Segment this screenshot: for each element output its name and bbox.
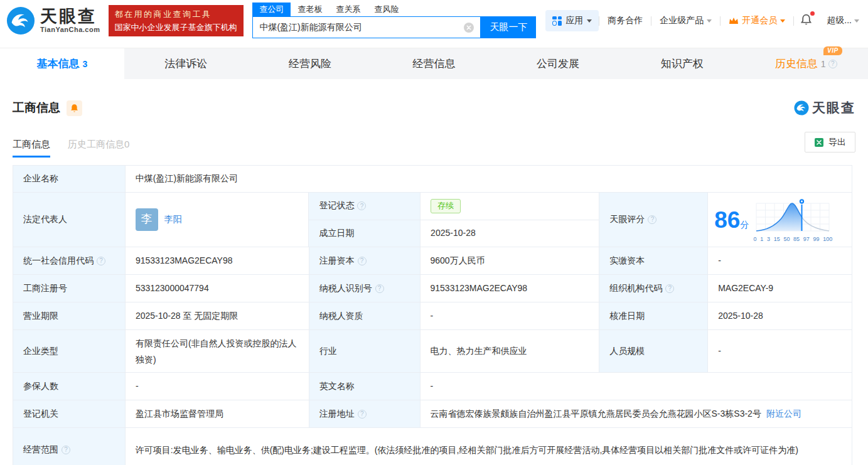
tab-operation-info[interactable]: 经营信息 [372,48,496,79]
section-title: 工商信息 [13,100,60,116]
bell-icon [70,104,79,113]
subtab-history-business-info[interactable]: 历史工商信息0 [68,139,129,158]
industry-value: 电力、热力生产和供应业 [420,330,599,372]
tab-label: 法律诉讼 [164,56,207,71]
reg-address-value: 云南省德宏傣族景颇族自治州盈江县平原镇允燕居民委员会允燕花园小区S-3栋S3-2… [431,407,761,421]
search-area: 查公司 查老板 查关系 查风险 天眼一下 [252,0,536,38]
field-label: 营业期限 [13,302,125,329]
help-icon[interactable]: ? [358,257,367,265]
search-tab-risk[interactable]: 查风险 [367,3,405,16]
apps-menu[interactable]: 应用 [545,10,599,31]
search-tabs: 查公司 查老板 查关系 查风险 [252,2,536,16]
avatar[interactable]: 李 [136,208,158,231]
table-row: 企业类型 有限责任公司(非自然人投资或控股的法人独资) 行业 电力、热力生产和供… [13,329,852,372]
monitor-bell-button[interactable] [67,100,82,116]
score-distribution-chart: 0131550859799100 [753,197,833,242]
table-row: 工商注册号 533123000047794 纳税人识别号 ? 91533123M… [13,274,852,302]
company-type-value: 有限责任公司(非自然人投资或控股的法人独资) [125,330,309,372]
field-label: 经营范围 ? [13,428,125,465]
help-icon[interactable]: ? [358,410,367,419]
tab-label: 基本信息 [36,56,79,71]
table-row: 企业名称 中煤(盈江)新能源有限公司 [13,166,852,192]
table-row: 成立日期 2025-10-28 [309,220,599,247]
business-info-table: 企业名称 中煤(盈江)新能源有限公司 法定代表人 李 李阳 登记状态 ? 存续 [13,165,852,465]
search-tab-boss[interactable]: 查老板 [291,3,329,16]
clear-search-icon[interactable] [464,23,474,33]
field-label: 登记状态 ? [309,193,420,220]
field-label: 行业 [309,330,420,372]
caret-down-icon [707,19,712,23]
tab-intellectual-property[interactable]: 知识产权 [620,48,744,79]
tab-label: 知识产权 [661,56,704,71]
enterprise-label: 企业级产品 [660,15,704,26]
super-vip-label: 超级... [827,15,852,26]
field-label: 登记机关 [13,400,125,427]
search-input[interactable] [253,23,464,33]
help-icon[interactable]: ? [665,284,674,293]
help-icon[interactable]: ? [648,215,656,224]
help-icon[interactable]: ? [97,257,105,265]
reg-number-value: 533123000047794 [125,275,309,302]
field-label: 企业类型 [13,330,125,372]
watermark-text: 天眼查 [812,99,855,117]
label-text: 纳税人识别号 [319,282,372,296]
search-tab-company[interactable]: 查公司 [252,3,291,16]
help-icon[interactable]: ? [828,60,837,68]
nav-super-vip[interactable]: 超级... [818,15,854,26]
field-label: 纳税人资质 [309,302,420,329]
tab-operation-risk[interactable]: 经营风险 [248,48,372,79]
tab-label: 历史信息 [775,56,818,71]
top-header: 天眼查 TianYanCha.com 都在用的商业查询工具 国家中小企业发展子基… [0,0,868,41]
label-text: 注册地址 [319,407,355,421]
company-name-value: 中煤(盈江)新能源有限公司 [125,166,852,192]
label-text: 经营范围 [23,443,58,457]
nav-enterprise[interactable]: 企业级产品 [651,15,720,26]
help-icon[interactable]: ? [357,201,366,210]
tab-label: 经营风险 [289,56,331,71]
help-icon[interactable]: ? [62,446,70,454]
field-label: 注册地址 ? [309,400,420,427]
nav-cooperation[interactable]: 商务合作 [599,15,651,26]
table-row: 登记机关 盈江县市场监督管理局 注册地址 ? 云南省德宏傣族景颇族自治州盈江县平… [13,400,852,427]
field-label: 人员规模 [599,330,707,372]
search-button[interactable]: 天眼一下 [481,16,536,38]
reg-address-cell: 云南省德宏傣族景颇族自治州盈江县平原镇允燕居民委员会允燕花园小区S-3栋S3-2… [420,400,852,427]
field-label: 天眼评分 ? [599,193,707,247]
field-label: 统一社会信用代码 ? [13,247,125,274]
paid-capital-value: - [707,247,852,274]
taxpayer-quality-value: - [420,302,599,329]
tab-history-info[interactable]: VIP 历史信息 1 ? [744,48,868,79]
help-icon[interactable]: ? [375,284,384,293]
tab-basic-info[interactable]: 基本信息 3 [0,48,124,79]
brand-name: 天眼查 [40,8,100,25]
label-text: 统一社会信用代码 [23,254,94,268]
excel-icon [814,137,824,147]
tianyancha-logo[interactable]: 天眼查 TianYanCha.com [6,6,100,35]
status-date-group: 登记状态 ? 存续 成立日期 2025-10-28 [308,193,599,247]
nearby-companies-link[interactable]: 附近公司 [766,407,801,421]
tianyan-score-cell[interactable]: 86 分 [707,193,852,247]
field-label: 成立日期 [309,220,420,247]
tab-label: 经营信息 [413,56,456,71]
legal-rep-link[interactable]: 李阳 [164,213,182,227]
field-label: 参保人数 [13,373,125,400]
search-tab-relation[interactable]: 查关系 [329,3,367,16]
reg-authority-value: 盈江县市场监督管理局 [125,400,309,427]
field-label: 纳税人识别号 ? [309,275,420,302]
apps-label: 应用 [565,15,583,26]
nav-open-vip[interactable]: 开通会员 [721,15,793,26]
credit-code-value: 91533123MAG2ECAY98 [125,247,309,274]
notifications-button[interactable] [794,14,818,28]
table-row: 参保人数 - 英文名称 - [13,372,852,400]
tab-company-development[interactable]: 公司发展 [496,48,620,79]
promo-line2: 国家中小企业发展子基金旗下机构 [114,22,238,33]
tianyancha-logo-icon [6,6,35,35]
field-label: 法定代表人 [13,193,125,247]
export-button[interactable]: 导出 [805,132,855,152]
promo-line1: 都在用的商业查询工具 [114,9,238,20]
subtab-business-info[interactable]: 工商信息 [13,139,50,158]
table-row: 登记状态 ? 存续 [309,193,599,220]
tab-legal-proceedings[interactable]: 法律诉讼 [124,48,249,79]
field-label: 企业名称 [13,166,125,192]
promo-banner: 都在用的商业查询工具 国家中小企业发展子基金旗下机构 [109,5,244,36]
